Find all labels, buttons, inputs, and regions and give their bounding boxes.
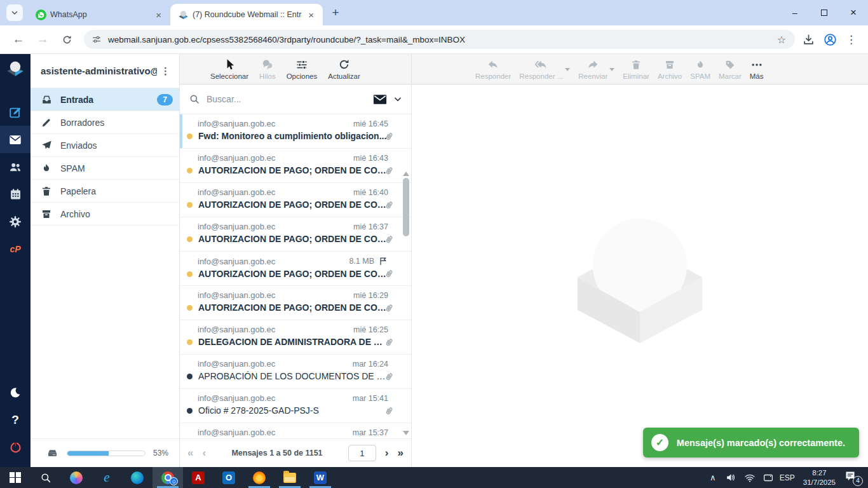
language-indicator[interactable]: ESP [780, 473, 795, 482]
page-number-input[interactable] [348, 445, 376, 461]
settings-nav-button[interactable] [0, 208, 31, 235]
logout-button[interactable] [0, 433, 31, 461]
responder-all-button[interactable]: Responder ... [519, 58, 563, 80]
profile-avatar[interactable] [824, 33, 837, 46]
tab-close-icon[interactable]: × [153, 10, 164, 20]
compose-button[interactable] [0, 98, 31, 126]
roundcube-logo[interactable] [0, 54, 31, 85]
dark-mode-button[interactable] [0, 379, 31, 406]
reload-icon [62, 34, 72, 45]
address-bar[interactable]: webmail.sanjuan.gob.ec/cpsess5382568460/… [84, 30, 795, 49]
help-button[interactable]: ? [0, 406, 31, 433]
actualizar-button[interactable]: Actualizar [328, 58, 360, 80]
search-input[interactable] [207, 94, 367, 104]
calendar-nav-button[interactable] [0, 180, 31, 208]
message-list-item[interactable]: info@sanjuan.gob.ec mié 16:25 DELEGACION… [180, 320, 411, 355]
tab-close-icon[interactable]: × [306, 10, 316, 20]
taskbar-acrobat-button[interactable]: A [183, 467, 214, 488]
scroll-down-arrow[interactable] [403, 431, 409, 435]
sidebar-item-enviados[interactable]: Enviados [31, 134, 179, 157]
bookmark-star-icon[interactable]: ☆ [776, 34, 787, 46]
taskbar-word-button[interactable]: W [305, 467, 336, 488]
message-list-item[interactable]: info@sanjuan.gob.ec mié 16:37 AUTORIZACI… [180, 217, 411, 252]
search-scope-icon[interactable] [373, 94, 387, 105]
back-button[interactable]: ← [8, 29, 29, 50]
taskbar-edge-button[interactable] [122, 467, 153, 488]
scroll-up-arrow[interactable] [403, 172, 409, 176]
app-rail: cP ? [0, 54, 31, 467]
dropdown-caret-icon[interactable] [609, 68, 614, 71]
taskbar-ie-button[interactable]: e [92, 467, 122, 488]
new-tab-button[interactable]: + [327, 4, 344, 22]
taskbar-chrome-button[interactable]: ☺ [153, 467, 183, 488]
message-subject: Fwd: Monitoreo a cumplimiento obligacion… [198, 131, 388, 141]
contacts-nav-button[interactable] [0, 153, 31, 180]
account-menu-icon[interactable]: ⋮ [157, 65, 174, 77]
search-bar [180, 85, 411, 114]
sidebar-item-spam[interactable]: SPAM [31, 157, 179, 180]
reenviar-button[interactable]: Reenviar [578, 58, 607, 80]
marcar-button[interactable]: Marcar [719, 58, 742, 80]
eliminar-button[interactable]: Eliminar [623, 58, 649, 80]
wifi-icon[interactable] [743, 472, 757, 484]
prev-page-button[interactable]: ‹ [202, 447, 206, 459]
notification-center-button[interactable]: 4 [844, 470, 862, 485]
message-list-item[interactable]: info@sanjuan.gob.ec mar 15:37 [180, 423, 411, 438]
responder-button[interactable]: Responder [475, 58, 511, 80]
message-list-item[interactable]: info@sanjuan.gob.ec 8.1 MB AUTORIZACION … [180, 252, 411, 286]
message-list-item[interactable]: info@sanjuan.gob.ec mié 16:29 AUTORIZACI… [180, 286, 411, 320]
last-page-button[interactable]: » [398, 447, 403, 459]
seleccionar-button[interactable]: Seleccionar [210, 58, 248, 80]
message-list-item[interactable]: info@sanjuan.gob.ec mar 15:41 Oficio # 2… [180, 389, 411, 423]
tab-search-button[interactable] [6, 4, 23, 21]
browser-menu-icon[interactable]: ⋮ [846, 33, 857, 46]
scroll-thumb[interactable] [403, 178, 409, 236]
archivo-button[interactable]: Archivo [658, 58, 682, 80]
message-list-item[interactable]: info@sanjuan.gob.ec mié 16:45 Fwd: Monit… [180, 114, 411, 149]
opciones-button[interactable]: Opciones [287, 58, 318, 80]
flag-icon[interactable] [378, 256, 388, 266]
taskbar-search-button[interactable] [31, 467, 61, 488]
taskbar-outlook-button[interactable]: O [214, 467, 244, 488]
tray-chevron-icon[interactable]: ∧ [706, 473, 720, 482]
search-options-chevron-icon[interactable] [393, 95, 402, 104]
window-minimize-button[interactable]: – [780, 0, 810, 25]
next-page-button[interactable]: › [385, 447, 389, 459]
tab-whatsapp[interactable]: WhatsApp × [28, 4, 170, 25]
reload-button[interactable] [57, 29, 77, 50]
outlook-icon: O [222, 471, 235, 484]
url-text[interactable]: webmail.sanjuan.gob.ec/cpsess5382568460/… [108, 35, 776, 44]
taskbar-copilot-button[interactable] [61, 467, 92, 488]
downloads-icon[interactable] [803, 34, 815, 46]
sidebar-item-archivo[interactable]: Archivo [31, 203, 179, 226]
dropdown-caret-icon[interactable] [565, 68, 570, 71]
sidebar-item-papelera[interactable]: Papelera [31, 180, 179, 203]
scroll-track[interactable] [403, 178, 409, 429]
message-list-item[interactable]: info@sanjuan.gob.ec mié 16:40 AUTORIZACI… [180, 183, 411, 217]
toast-notification[interactable]: ✓ Mensaje(s) marcado(s) correctamente. [643, 428, 859, 458]
message-list-item[interactable]: info@sanjuan.gob.ec mar 16:24 APROBACIÓN… [180, 355, 411, 389]
mas-button[interactable]: Más [750, 58, 764, 80]
read-status-dot [187, 408, 193, 414]
spam-button[interactable]: SPAM [690, 58, 710, 80]
hilos-button[interactable]: Hilos [259, 58, 276, 80]
mail-nav-button[interactable] [0, 126, 31, 153]
window-close-button[interactable]: × [839, 0, 868, 25]
sidebar-item-entrada[interactable]: Entrada 7 [31, 88, 179, 111]
taskbar-firefox-button[interactable] [244, 467, 275, 488]
first-page-button[interactable]: « [187, 447, 193, 459]
forward-button[interactable]: → [32, 29, 53, 50]
tab-roundcube[interactable]: (7) Roundcube Webmail :: Entra × [170, 4, 323, 25]
taskbar-explorer-button[interactable] [275, 467, 305, 488]
roundcube-favicon [178, 10, 189, 20]
sidebar-item-borradores[interactable]: Borradores [31, 111, 179, 134]
cpanel-link[interactable]: cP [0, 235, 31, 262]
window-restore-button[interactable] [810, 0, 839, 25]
message-meta: 8.1 MB [349, 257, 374, 266]
site-settings-icon[interactable] [92, 34, 102, 44]
message-list-item[interactable]: info@sanjuan.gob.ec mié 16:43 AUTORIZACI… [180, 149, 411, 183]
volume-icon[interactable] [724, 472, 738, 483]
clock[interactable]: 8:27 31/7/2025 [799, 468, 839, 487]
start-button[interactable] [0, 467, 31, 488]
display-connect-icon[interactable] [761, 472, 775, 484]
